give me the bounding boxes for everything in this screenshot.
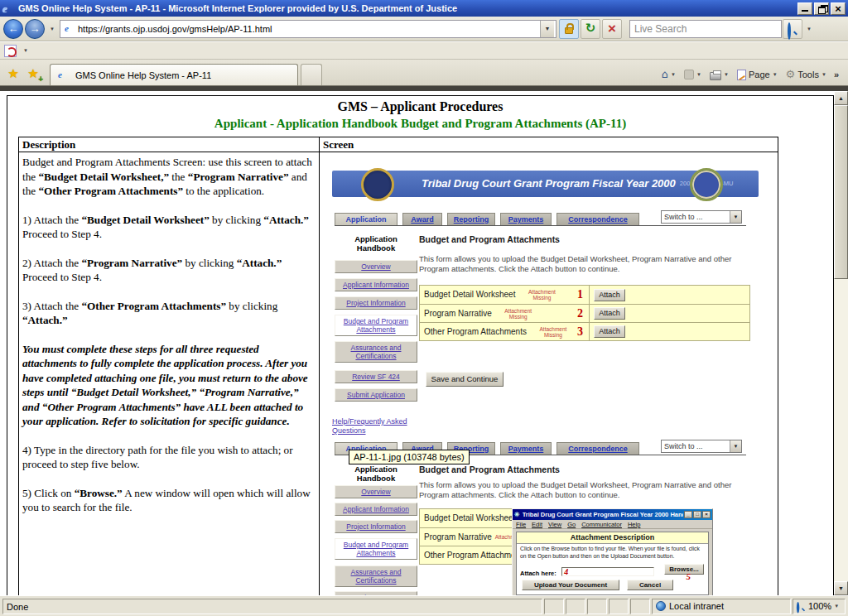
- restore-button[interactable]: [814, 2, 829, 15]
- popup-menu-view: View: [548, 521, 561, 528]
- tab-favicon-icon: e: [58, 70, 69, 80]
- description-paragraph: 3) Attach the “Other Program Attachments…: [22, 299, 314, 328]
- zoom-dropdown[interactable]: ▼: [834, 599, 839, 614]
- pdf-toolbar: ▼: [0, 42, 848, 60]
- attachment-row: Budget Detail WorksheetAttachment Missin…: [420, 509, 519, 527]
- scroll-up-button[interactable]: ▲: [834, 91, 848, 105]
- description-cell: Budget and Program Attachments Screen: u…: [19, 152, 320, 595]
- close-button[interactable]: [831, 2, 846, 15]
- adobe-pdf-icon[interactable]: [4, 45, 17, 57]
- print-dropdown[interactable]: ▼: [724, 67, 729, 82]
- adobe-pdf-dropdown[interactable]: ▼: [20, 48, 31, 53]
- chevron-down-icon: ▼: [730, 440, 741, 452]
- feeds-button[interactable]: ▼: [681, 65, 705, 84]
- favorites-button[interactable]: ★: [3, 64, 23, 85]
- attach-button: Attach: [594, 325, 625, 338]
- attach-path-input: 4: [561, 567, 654, 576]
- scrollbar-thumb[interactable]: [834, 105, 848, 279]
- description-paragraph: 2) Attach the “Program Narrative” by cli…: [22, 256, 314, 285]
- scroll-down-button[interactable]: ▼: [834, 581, 848, 595]
- attach-button: Attach: [594, 307, 625, 320]
- description-paragraph: 1) Attach the “Budget Detail Worksheet” …: [22, 213, 314, 242]
- page-title: GMS – Applicant Procedures: [7, 99, 833, 115]
- description-paragraph: You must complete these steps for all th…: [22, 342, 314, 429]
- agency-seal-icon: [690, 168, 723, 201]
- gms-tab-award: Award: [402, 213, 442, 225]
- upload-document-button: Upload Your Document: [522, 580, 619, 590]
- security-zone-label: Local intranet: [669, 599, 724, 614]
- status-pane: [544, 599, 564, 614]
- image-tooltip: AP-11-1.jpg (103748 bytes): [349, 450, 470, 464]
- gms-heading: Budget and Program Attachments: [419, 234, 560, 244]
- intranet-globe-icon: [656, 601, 666, 611]
- page-menu-label: Page: [749, 67, 770, 82]
- popup-menu-go: Go: [567, 521, 576, 528]
- home-dropdown[interactable]: ▼: [671, 67, 676, 82]
- add-favorite-button[interactable]: ★: [23, 64, 43, 85]
- application-handbook-label: Application Handbook: [336, 464, 416, 483]
- page-icon: [737, 70, 746, 80]
- popup-menu-file: File: [516, 521, 526, 528]
- attachment-table: Budget Detail WorksheetAttachment Missin…: [419, 285, 750, 341]
- annotation-number-1: 1: [577, 288, 583, 301]
- toolbar-overflow-chevron[interactable]: »: [831, 69, 841, 80]
- popup-minimize-button: _: [684, 511, 692, 518]
- tools-menu-dropdown[interactable]: ▼: [822, 67, 826, 82]
- feeds-dropdown[interactable]: ▼: [696, 67, 701, 82]
- status-pane: [587, 599, 607, 614]
- status-pane: [566, 599, 585, 614]
- home-button[interactable]: ⌂▼: [658, 65, 679, 84]
- address-input[interactable]: https://grants.ojp.usdoj.gov/gmsHelp/AP-…: [78, 21, 540, 37]
- page-menu-dropdown[interactable]: ▼: [773, 67, 778, 82]
- doj-seal-icon: [361, 168, 394, 201]
- ie-logo-icon: e: [2, 2, 15, 15]
- page-content: GMS – Applicant Procedures Applicant - A…: [0, 91, 848, 595]
- search-input[interactable]: Live Search: [629, 20, 782, 38]
- gms-tab-reporting: Reporting: [447, 213, 495, 225]
- security-zone-pane: Local intranet: [652, 599, 791, 614]
- search-button[interactable]: [783, 19, 802, 39]
- attachment-missing-status: Attachment Missing: [495, 308, 542, 320]
- zoom-level: 100%: [808, 599, 831, 614]
- minimize-button[interactable]: [797, 2, 812, 15]
- screen-cell: Tribal Drug Court Grant Program Fiscal Y…: [320, 152, 778, 595]
- tab-bar: ★ ★ e GMS Online Help System - AP-11 ⌂▼ …: [0, 60, 848, 85]
- forward-button[interactable]: →: [25, 19, 45, 39]
- search-options-dropdown[interactable]: ▼: [803, 26, 815, 31]
- page-favicon-icon: e: [65, 23, 75, 34]
- tab-gms-help[interactable]: e GMS Online Help System - AP-11: [50, 64, 298, 85]
- window-titlebar: e GMS Online Help System - AP-11 - Micro…: [0, 0, 848, 17]
- attachment-row: Program NarrativeAttachment Missing2 Att…: [420, 304, 749, 322]
- attachment-row: Other Program Attachments: [420, 546, 519, 564]
- sidebar-item-assurances: Assurances and Certifications: [335, 565, 417, 587]
- zoom-control[interactable]: 100% ▼: [793, 599, 846, 614]
- new-tab-stub[interactable]: [301, 64, 322, 85]
- vertical-scrollbar[interactable]: ▲ ▼: [834, 91, 848, 595]
- status-pane: [609, 599, 629, 614]
- back-button[interactable]: ←: [3, 19, 23, 39]
- popup-title: Tribal Drug Court Grant Program Fiscal Y…: [523, 510, 683, 520]
- sidebar-item-budget-attachments: Budget and Program Attachments: [335, 538, 417, 560]
- gms-heading: Budget and Program Attachments: [419, 464, 560, 474]
- tab-title: GMS Online Help System - AP-11: [75, 65, 211, 85]
- attachment-table: Budget Detail WorksheetAttachment Missin…: [419, 508, 520, 565]
- refresh-button[interactable]: ↻: [581, 19, 600, 39]
- gms-tab-payments: Payments: [500, 442, 552, 455]
- procedure-table: Description Screen Budget and Program At…: [18, 137, 778, 595]
- refresh-icon: ↻: [585, 22, 596, 35]
- history-dropdown[interactable]: ▼: [46, 26, 58, 31]
- gms-tab-application: Application: [335, 213, 398, 225]
- table-header-row: Description Screen: [19, 137, 778, 152]
- stop-button[interactable]: ×: [602, 19, 622, 39]
- sidebar-item-project-information: Project Information: [335, 296, 417, 310]
- attachment-row: Budget Detail WorksheetAttachment Missin…: [420, 286, 749, 304]
- address-dropdown[interactable]: ▼: [540, 21, 554, 37]
- popup-close-button: ×: [702, 511, 711, 518]
- page-menu-button[interactable]: Page▼: [734, 65, 781, 84]
- security-lock-button[interactable]: [559, 19, 579, 39]
- popup-titlebar: ✳ Tribal Drug Court Grant Program Fiscal…: [513, 509, 712, 520]
- tools-menu-button[interactable]: ⚙Tools▼: [783, 65, 830, 84]
- address-bar[interactable]: e https://grants.ojp.usdoj.gov/gmsHelp/A…: [60, 20, 556, 38]
- gms-tab-correspondence: Correspondence: [556, 213, 639, 225]
- print-button[interactable]: ▼: [706, 65, 732, 84]
